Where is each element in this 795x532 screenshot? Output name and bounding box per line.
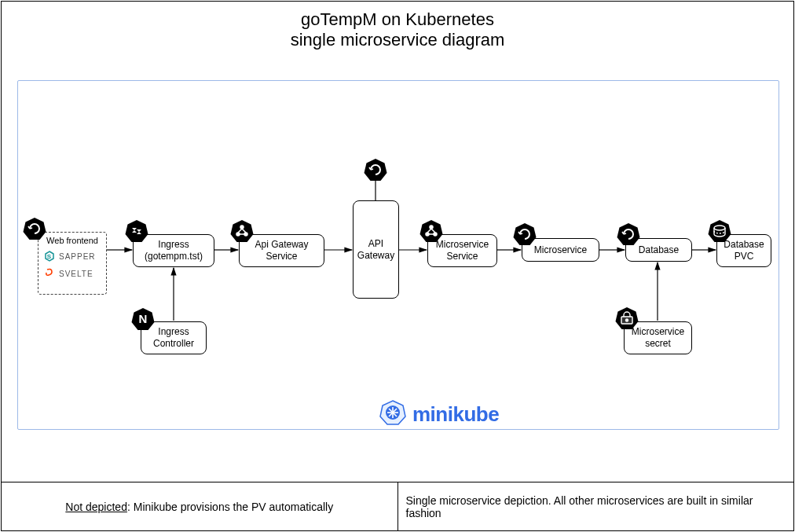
nginx-icon: N (131, 307, 155, 331)
svelte-icon (43, 267, 56, 280)
deployment-icon (513, 222, 537, 246)
deployment-icon (364, 158, 387, 182)
sapper-label: SAPPER (59, 252, 96, 261)
footer-left: Not depicted: Minikube provisions the PV… (2, 482, 398, 530)
ingress-controller-l2: Controller (153, 338, 194, 350)
db-pvc-l2: PVC (724, 251, 764, 262)
footer-right-text: Single microservice depiction. All other… (406, 494, 786, 519)
minikube-label: minikube (379, 399, 499, 429)
ingress-icon (125, 219, 148, 243)
sapper-icon: S (43, 250, 56, 262)
pvc-icon (708, 219, 731, 243)
footer-right: Single microservice depiction. All other… (398, 482, 794, 530)
ingress-label-2: (gotempm.tst) (145, 251, 203, 262)
service-icon (230, 219, 254, 243)
title-line1: goTempM on Kubernetes (2, 9, 793, 30)
service-icon (419, 219, 443, 243)
diagram-frame: goTempM on Kubernetes single microservic… (1, 1, 794, 531)
agw-svc-l2: Service (255, 251, 308, 262)
ms-svc-l2: Service (436, 251, 489, 262)
title-line2: single microservice diagram (2, 30, 793, 50)
deployment-icon (617, 222, 640, 246)
footer-left-rest: : Minikube provisions the PV automatical… (127, 501, 333, 513)
svg-text:N: N (139, 312, 148, 325)
footer: Not depicted: Minikube provisions the PV… (2, 482, 793, 530)
database-label: Database (639, 244, 679, 256)
svg-point-13 (240, 226, 244, 229)
cluster-boundary: Web frontend S SAPPER SVELTE Ingress ( (17, 80, 779, 430)
sapper-row: S SAPPER (43, 250, 101, 262)
secret-icon (615, 306, 639, 330)
api-gateway-node: API Gateway (353, 200, 399, 299)
svg-point-22 (626, 319, 628, 321)
web-frontend-label: Web frontend (43, 236, 101, 245)
web-frontend-box: Web frontend S SAPPER SVELTE (38, 232, 107, 295)
svelte-row: SVELTE (43, 267, 101, 280)
ms-secret-l1: Microservice (632, 326, 684, 338)
svg-point-16 (430, 226, 433, 229)
footer-left-prefix: Not depicted (65, 501, 127, 513)
deployment-icon (23, 217, 46, 240)
svg-text:S: S (47, 253, 52, 260)
minikube-icon (379, 399, 406, 429)
ms-svc-l1: Microservice (436, 239, 489, 251)
title-area: goTempM on Kubernetes single microservic… (2, 2, 793, 50)
ingress-controller-l1: Ingress (153, 326, 194, 338)
api-gateway-l1: API (357, 238, 394, 250)
ms-secret-l2: secret (632, 338, 684, 350)
agw-svc-l1: Api Gateway (255, 239, 308, 251)
microservice-label: Microservice (534, 244, 587, 256)
api-gateway-l2: Gateway (357, 250, 394, 262)
svelte-label: SVELTE (59, 270, 93, 278)
ingress-label-1: Ingress (145, 239, 203, 251)
minikube-text: minikube (412, 402, 499, 427)
